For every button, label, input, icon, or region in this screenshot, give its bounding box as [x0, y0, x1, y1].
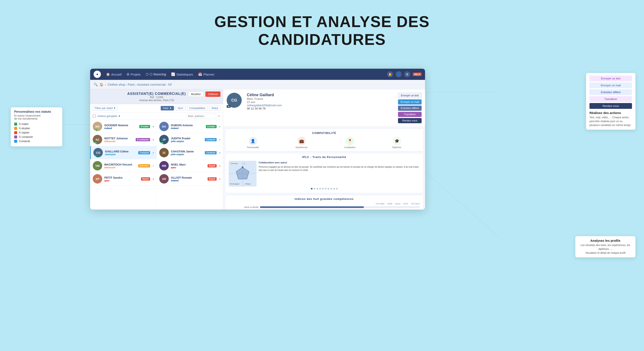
- candidate-item[interactable]: VM MACINTOCH Vincent leboncoin Entretien…: [90, 159, 156, 172]
- candidate-item[interactable]: JP 155 JUDITH Pradel pôle emploi Contact…: [157, 133, 223, 146]
- profile-actions: Envoyer un test Envoyer un mail Entretie…: [398, 93, 422, 123]
- candidate-item[interactable]: JC CHASTAIN Jamie pôle emploi Contacté ●: [157, 146, 223, 159]
- nav-accueil[interactable]: 🏠 Accueil: [106, 72, 122, 76]
- nav-icons: 🔔 👤 ⚙ HELP: [387, 71, 422, 77]
- status-badge: Rejeté: [141, 177, 150, 180]
- avatar: AR: [159, 174, 169, 184]
- comp-legend: Très faible Faible Moyen Elevé Très élev…: [228, 203, 420, 205]
- nav-stats[interactable]: 📈 Statistiques: [171, 72, 193, 76]
- sort-statut[interactable]: Statut: [209, 106, 220, 110]
- candidate-item[interactable]: DA DUBOIS Antoine indeed A traiter ●: [157, 120, 223, 133]
- envoyer-test-btn[interactable]: Envoyer un test: [398, 93, 422, 98]
- nav-sourcing[interactable]: ⬡ ⬡ Sourcing: [146, 72, 166, 76]
- candidate-info: GAILLARD Céline meteojob: [105, 150, 136, 156]
- status-badge: A traiter: [206, 125, 216, 128]
- source-logo: meteojob: [105, 153, 136, 156]
- comp-bar-track: [260, 206, 420, 208]
- entretien-btn[interactable]: Entretien différé: [398, 106, 422, 111]
- candidate-info: NOTTET Johanne leboncoin: [104, 137, 134, 142]
- cloturer-button[interactable]: Clôturer: [206, 92, 220, 97]
- filter-statut-btn[interactable]: Filtrer par statut ▼: [93, 106, 118, 110]
- compat-icon: 📍: [346, 137, 354, 145]
- svg-text:Dévouée: Dévouée: [231, 162, 238, 164]
- help-badge[interactable]: HELP: [413, 72, 422, 76]
- breadcrumb-bar: 🔍 🏠 › Clothes shop › Paris › Assistant c…: [90, 80, 425, 89]
- callout-btn-transferer[interactable]: Transférer: [590, 96, 632, 102]
- status-indicator: ●: [219, 152, 220, 154]
- search-name-input[interactable]: [186, 114, 216, 118]
- status-indicator: ●: [153, 178, 154, 180]
- candidate-item[interactable]: AR ALLIOT Romain indeed Rejeté ●: [157, 172, 223, 186]
- status-dot-5: [14, 140, 17, 143]
- candidate-name: ALLIOT Romain: [171, 176, 206, 179]
- candidate-name: GAILLARD Céline: [105, 150, 136, 153]
- candidate-item[interactable]: NG 285 GOUDIER Noémie indeed A traiter ●: [90, 120, 156, 133]
- candidate-item[interactable]: SP PETIT Sandra apec Rejeté ●: [90, 172, 156, 186]
- status-item-1: À traiter: [14, 122, 59, 126]
- group-actions-dropdown[interactable]: Actions groupées ▼: [98, 115, 121, 118]
- title-line2: CANDIDATURES: [0, 31, 644, 48]
- sort-nom[interactable]: Nom: [176, 106, 186, 110]
- comp-rows: Mener et décider Soutenir et coopérer In…: [228, 206, 420, 210]
- actions-bar: Actions groupées ▼ ✏: [90, 112, 223, 120]
- edit-icon[interactable]: ✏: [218, 114, 220, 118]
- score-badge: 285: [93, 129, 97, 131]
- status-dot-4: [14, 136, 17, 138]
- callout-btn-rdv[interactable]: Rendez-vous: [590, 103, 632, 109]
- dot: [316, 188, 318, 190]
- dot: [336, 188, 338, 190]
- callout-btn-test[interactable]: Envoyer un test: [590, 76, 632, 81]
- candidate-name: PETIT Sandra: [104, 176, 139, 179]
- nav-projets[interactable]: ⊞ Projets: [127, 72, 140, 76]
- compat-label: Expériences: [296, 146, 308, 148]
- candidate-name: JUDITH Pradel: [171, 137, 203, 140]
- envoyer-mail-btn[interactable]: Envoyer un mail: [398, 100, 422, 104]
- user-icon[interactable]: 👤: [396, 71, 402, 77]
- breadcrumb-path: 🏠 › Clothes shop › Paris › Assistant com…: [100, 83, 172, 86]
- candidate-name: CHASTAIN Jamie: [171, 150, 203, 153]
- dot: [311, 188, 312, 190]
- iplc-chart: Dévouée C... Désengagée Critique: [228, 161, 256, 186]
- callout-left-sub: Et suivez l'avancementde vos recrutement…: [14, 114, 59, 120]
- callout-analyze-title: Analysez les profils: [579, 239, 632, 242]
- candidate-item-selected[interactable]: CG 38 GAILLARD Céline meteojob Contacté …: [90, 146, 156, 159]
- dot: [319, 188, 321, 190]
- source-logo: apec: [104, 179, 139, 182]
- sort-tabs: Date ▼ Nom Compatibilités Statut: [160, 106, 220, 110]
- compat-icons: 👤 Personnalité 💼 Expériences 📍 Localisat…: [228, 137, 420, 148]
- status-badge: Contacté: [138, 151, 150, 154]
- status-label-1: À traiter: [19, 122, 29, 126]
- candidate-info: NOEL Marc apec: [171, 163, 206, 169]
- svg-text:Désengagée: Désengagée: [230, 183, 240, 185]
- select-all-checkbox[interactable]: [93, 115, 96, 118]
- iplc-content: Dévouée C... Désengagée Critique Collabo…: [228, 161, 420, 186]
- candidate-item[interactable]: NJ 155 NOTTET Johanne leboncoin A contac…: [90, 133, 156, 146]
- status-dot-3: [14, 131, 17, 134]
- settings-icon[interactable]: ⚙: [404, 71, 410, 77]
- status-badge: A contacter: [136, 138, 150, 141]
- source-logo: indeed: [104, 127, 137, 130]
- transferer-btn[interactable]: Transférer: [398, 112, 422, 117]
- nav-planner[interactable]: 📅 Planner: [198, 72, 214, 76]
- svg-text:Critique: Critique: [245, 183, 251, 185]
- page-title: GESTION ET ANALYSE DES CANDIDATURES: [0, 0, 644, 48]
- score-badge: 155: [93, 142, 97, 144]
- callout-btn-mail[interactable]: Envoyer un mail: [590, 82, 632, 88]
- search-icon[interactable]: 🔍: [94, 82, 98, 86]
- profile-name: Céline Gaillard: [247, 93, 395, 97]
- rdv-btn[interactable]: Rendez-vous: [398, 118, 422, 123]
- sort-compat[interactable]: Compatibilités: [187, 106, 208, 110]
- comp-title: Indices des huit grandes compétences: [228, 197, 420, 200]
- compat-experiences: 💼 Expériences: [296, 137, 308, 148]
- status-indicator: ●: [153, 125, 154, 128]
- profile-header: CG 30 Céline Gaillard Metz, France 37 an…: [223, 89, 425, 127]
- candidate-item[interactable]: NM NOEL Marc apec Rejeté ●: [157, 159, 223, 172]
- status-indicator: ●: [153, 138, 154, 141]
- job-ref: Ref : 11304: [150, 96, 163, 99]
- status-item-4: À contacter: [14, 135, 59, 138]
- callout-btn-entretien[interactable]: Entretien différé: [590, 89, 632, 95]
- sort-date[interactable]: Date ▼: [160, 106, 174, 110]
- notif-icon[interactable]: 🔔: [387, 71, 393, 77]
- modifier-button[interactable]: Modifier: [188, 92, 204, 97]
- callout-actions: Envoyer un test Envoyer un mail Entretie…: [586, 73, 636, 130]
